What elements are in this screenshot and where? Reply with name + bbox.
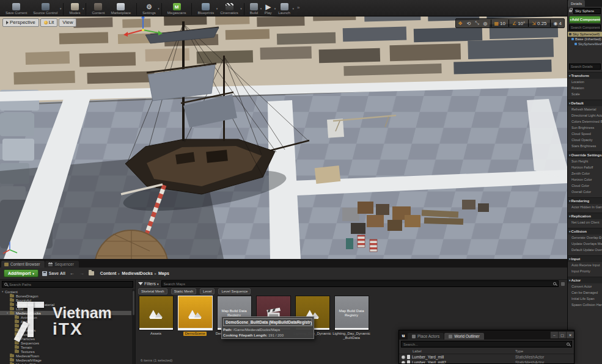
add-import-button[interactable]: Add/Import▾ — [4, 269, 39, 277]
toolbar-button-blueprints[interactable]: Blueprints▾ — [194, 0, 217, 15]
forward-arrow-button[interactable]: → — [79, 271, 85, 276]
toolbar-button-settings[interactable]: ⚙Settings▾ — [139, 0, 159, 15]
tab-world-outliner[interactable]: World Outliner — [444, 333, 483, 340]
property-sun-height[interactable]: Sun Height — [568, 158, 602, 164]
section-header-input[interactable]: ▾Input — [568, 255, 602, 262]
tree-item-content[interactable]: ▾Content — [0, 289, 131, 294]
property-actor-hidden-in-game[interactable]: Actor Hidden In Game — [568, 204, 602, 210]
tree-item-sequences[interactable]: Sequences — [0, 341, 131, 345]
dropdown-caret-icon[interactable]: ▾ — [292, 7, 294, 10]
search-details-input[interactable]: Search Details — [569, 64, 601, 70]
filter-chip-level-sequence[interactable]: Level Sequence — [218, 288, 251, 294]
asset-tile-lighting-day-dynamic-builtdata[interactable]: Map Build Data RegistryLighting_Day_Dyna… — [334, 296, 369, 352]
outliner-row-lumber-yard-mill2[interactable]: Lumber_Yard_mill2StaticMeshActor — [399, 360, 574, 364]
toolbar-button-source-control[interactable]: Source Control▾ — [30, 0, 61, 15]
toolbar-button-launch[interactable]: Launch▾ — [275, 0, 293, 15]
breadcrumb-medievaldocks[interactable]: MedievalDocks — [122, 271, 153, 275]
outliner-titlebar[interactable]: u Place Actors World Outliner ‒ ▢ ✕ — [399, 330, 574, 340]
back-arrow-button[interactable]: ← — [69, 271, 75, 276]
toolbar-button-megascans[interactable]: MMegascans — [164, 0, 189, 15]
tab-details[interactable]: Details — [568, 0, 585, 7]
filter-chip-static-mesh[interactable]: Static Mesh — [171, 288, 196, 294]
tree-scrollbar[interactable] — [132, 289, 135, 364]
property-cloud-color[interactable]: Cloud Color — [568, 183, 602, 189]
search-components-input[interactable]: Search Components — [569, 24, 601, 31]
property-input-priority[interactable]: Input Priority — [568, 268, 602, 274]
toolbar-button-marketplace[interactable]: Marketplace — [108, 0, 134, 15]
toolbar-button-modes[interactable]: Modes▾ — [66, 0, 83, 15]
section-header-default[interactable]: ▾Default — [568, 100, 602, 106]
section-header-override-settings[interactable]: ▾Override Settings — [568, 151, 602, 158]
level-viewport[interactable]: Perspective Lit View ✥ ⟲ ⤡ ◍ ▦10 ∠10° ⇲0… — [0, 16, 567, 259]
toolbar-button-content[interactable]: Content — [89, 0, 108, 15]
property-overall-color[interactable]: Overall Color — [568, 189, 602, 195]
dropdown-caret-icon[interactable]: ▾ — [60, 7, 62, 10]
section-header-rendering[interactable]: ▾Rendering — [568, 197, 602, 204]
rotation-snap-toggle[interactable]: ∠10° — [511, 21, 526, 26]
toolbar-button-save-current[interactable]: Save Current — [2, 0, 30, 15]
tree-item-bonesdragon[interactable]: BonesDragon — [0, 294, 131, 298]
component-row-sky-sphere-self[interactable]: Sky Sphere(self) — [568, 32, 602, 37]
search-assets-input[interactable] — [164, 282, 551, 286]
section-header-transform[interactable]: ▾Transform — [568, 72, 602, 79]
property-default-update-overlap[interactable]: Default Update Overlap — [568, 247, 602, 253]
property-horizon-color[interactable]: Horizon Color — [568, 177, 602, 183]
filters-button[interactable]: Filters▾ — [138, 282, 159, 286]
tree-item-particles[interactable]: Particles — [0, 337, 131, 341]
tree-item-medievaltown[interactable]: MedievalTown — [0, 354, 131, 358]
world-local-toggle[interactable]: ◍ — [482, 21, 489, 26]
maximize-button[interactable]: ▢ — [558, 332, 566, 338]
property-location[interactable]: Location — [568, 79, 602, 85]
dropdown-caret-icon[interactable]: ▾ — [83, 7, 84, 10]
property-auto-receive-input[interactable]: Auto Receive Input — [568, 262, 602, 268]
dropdown-caret-icon[interactable]: ▾ — [158, 7, 160, 10]
property-cloud-speed[interactable]: Cloud Speed — [568, 131, 602, 137]
save-all-button[interactable]: Save All — [42, 271, 65, 276]
visibility-eye-icon[interactable] — [402, 355, 405, 359]
perspective-button[interactable]: Perspective — [2, 18, 39, 27]
tree-item-audio[interactable]: Audio — [0, 319, 131, 324]
property-sun-brightness[interactable]: Sun Brightness — [568, 125, 602, 131]
breadcrumb-content[interactable]: Content — [100, 271, 116, 275]
tab-sequencer[interactable]: Sequencer — [45, 261, 78, 268]
toolbar-overflow-chevron-icon[interactable]: » — [297, 5, 299, 10]
section-header-collision[interactable]: ▾Collision — [568, 228, 602, 235]
property-net-load-on-client[interactable]: Net Load on Client — [568, 219, 602, 225]
filter-chip-level[interactable]: Level — [200, 288, 215, 294]
grid-snap-toggle[interactable]: ▦10 — [493, 21, 507, 26]
outliner-row-lumber-yard-mill[interactable]: Lumber_Yard_millStaticMeshActor — [399, 354, 574, 360]
tree-item-landscapeautomaterial[interactable]: LandscapeAutoMaterial — [0, 302, 131, 307]
move-tool-button[interactable]: ✥ — [457, 21, 464, 26]
property-generate-overlap-events[interactable]: Generate Overlap Events — [568, 235, 602, 241]
section-header-actor[interactable]: ▾Actor — [568, 277, 602, 283]
outliner-search-input[interactable] — [403, 343, 565, 346]
property-colors-determined-by[interactable]: Colors Determined By ... — [568, 118, 602, 125]
tree-item-animation[interactable]: Animation — [0, 315, 131, 319]
property-directional-light-actor[interactable]: Directional Light Actor — [568, 112, 602, 118]
tree-item-terrain[interactable]: Terrain — [0, 345, 131, 349]
tree-item-bountyful[interactable]: Bountyful — [0, 298, 131, 302]
tab-place-actors[interactable]: Place Actors — [408, 333, 444, 340]
tree-item-meshes[interactable]: Meshes — [0, 332, 131, 337]
actor-name-field[interactable]: Sky Sphere — [573, 8, 601, 14]
scale-tool-button[interactable]: ⤡ — [474, 20, 480, 26]
minimize-button[interactable]: ‒ — [550, 332, 558, 338]
property-stars-brightness[interactable]: Stars Brightness — [568, 143, 602, 149]
property-convert-actor[interactable]: Convert Actor — [568, 283, 602, 289]
asset-tile-assets[interactable]: Assets — [138, 296, 174, 352]
tree-item-lbm[interactable]: LBM — [0, 307, 131, 311]
property-refresh-material[interactable]: Refresh Material — [568, 106, 602, 112]
tab-content-browser[interactable]: Content Browser — [1, 261, 45, 268]
section-header-replication[interactable]: ▾Replication — [568, 213, 602, 219]
property-initial-life-span[interactable]: Initial Life Span — [568, 296, 602, 302]
asset-tile-demoscene[interactable]: DemoScene — [177, 296, 213, 352]
tree-item-medievaldocks[interactable]: ▾MedievalDocks — [0, 311, 131, 315]
property-update-overlaps-method[interactable]: Update Overlaps Method — [568, 241, 602, 247]
view-button[interactable]: View — [59, 18, 76, 27]
toolbar-button-play[interactable]: ▶Play▾ — [261, 0, 275, 15]
add-component-button[interactable]: +Add Component — [569, 16, 601, 23]
property-horizon-falloff[interactable]: Horizon Falloff — [568, 164, 602, 170]
camera-speed-button[interactable]: ◉4 — [552, 21, 563, 26]
close-button[interactable]: ✕ — [566, 332, 574, 338]
tree-item-maps[interactable]: Maps — [0, 324, 131, 328]
